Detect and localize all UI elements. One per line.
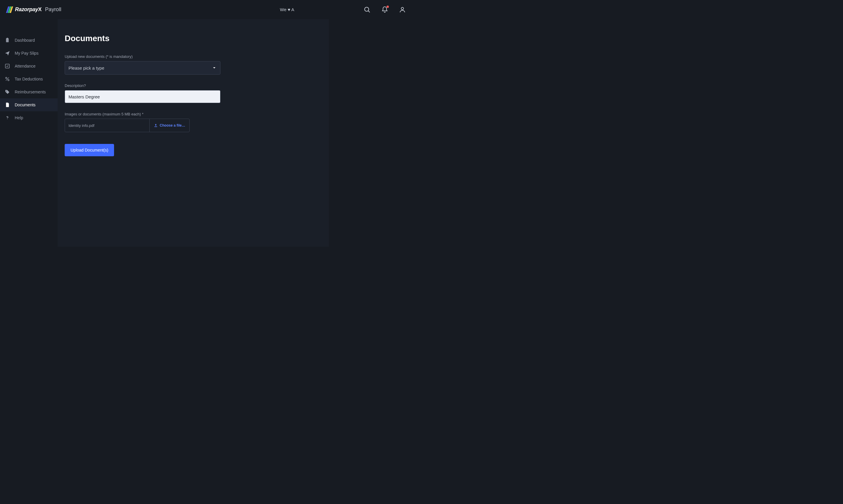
svg-rect-4: [7, 38, 8, 39]
notification-badge: [387, 5, 389, 8]
right-blank-area: [329, 19, 413, 247]
sidebar-item-payslips[interactable]: My Pay Slips: [0, 47, 58, 60]
svg-rect-5: [5, 64, 10, 68]
sidebar-item-label: Attendance: [15, 64, 36, 68]
svg-point-6: [5, 77, 7, 79]
svg-point-9: [6, 91, 7, 91]
clipboard-icon: [5, 38, 10, 43]
sidebar-item-tax[interactable]: Tax Deductions: [0, 73, 58, 86]
upload-type-label: Upload new documents (* is mandatory): [65, 54, 329, 59]
selected-file-name: Identity info.pdf: [65, 119, 150, 132]
page-title: Documents: [65, 34, 329, 43]
sidebar-item-attendance[interactable]: Attendance: [0, 60, 58, 73]
tag-icon: [5, 89, 10, 94]
logo-slashes-icon: [7, 6, 12, 13]
select-placeholder: Please pick a type: [69, 66, 104, 71]
svg-point-0: [365, 7, 369, 11]
sidebar-item-label: Dashboard: [15, 38, 35, 42]
sidebar-item-label: My Pay Slips: [15, 51, 38, 55]
description-input[interactable]: [65, 90, 221, 103]
files-label: Images or documents (maximum 5 MB each) …: [65, 112, 329, 116]
search-icon[interactable]: [364, 6, 371, 13]
notifications-icon[interactable]: [381, 6, 388, 13]
sidebar-item-label: Help: [15, 115, 23, 120]
percent-icon: [5, 76, 10, 82]
help-icon: [5, 115, 10, 121]
sidebar-item-label: Reimbursements: [15, 90, 46, 94]
brand-sub: Payroll: [45, 6, 61, 13]
sidebar: Dashboard My Pay Slips Attendance Tax De…: [0, 19, 58, 247]
tagline: We ♥ A: [280, 7, 294, 12]
profile-icon[interactable]: [399, 6, 406, 13]
sidebar-item-reimbursements[interactable]: Reimbursements: [0, 86, 58, 98]
sidebar-item-label: Documents: [15, 103, 36, 107]
sidebar-item-documents[interactable]: Documents: [0, 98, 58, 111]
sidebar-item-help[interactable]: Help: [0, 111, 58, 124]
sidebar-item-label: Tax Deductions: [15, 77, 43, 82]
upload-icon: [154, 123, 158, 127]
document-icon: [5, 102, 10, 108]
svg-rect-3: [6, 38, 9, 42]
document-type-select[interactable]: Please pick a type: [65, 61, 221, 75]
svg-line-8: [6, 77, 9, 81]
check-square-icon: [5, 64, 10, 69]
svg-point-10: [7, 119, 7, 120]
upload-documents-button[interactable]: Upload Document(s): [65, 144, 114, 156]
brand-text: RazorpayX: [15, 6, 41, 13]
file-picker: Identity info.pdf Choose a file…: [65, 119, 190, 132]
choose-file-label: Choose a file…: [160, 123, 185, 127]
topbar-right: We ♥ A: [280, 6, 406, 13]
choose-file-button[interactable]: Choose a file…: [150, 119, 189, 132]
svg-line-1: [368, 11, 370, 12]
svg-point-7: [8, 79, 10, 81]
send-icon: [5, 51, 10, 56]
logo[interactable]: RazorpayX Payroll: [7, 6, 61, 13]
main-content: Documents Upload new documents (* is man…: [58, 19, 329, 247]
chevron-down-icon: [212, 66, 217, 70]
svg-point-2: [401, 7, 404, 10]
topbar: RazorpayX Payroll We ♥ A: [0, 0, 413, 19]
sidebar-item-dashboard[interactable]: Dashboard: [0, 34, 58, 47]
description-label: Description?: [65, 84, 329, 88]
